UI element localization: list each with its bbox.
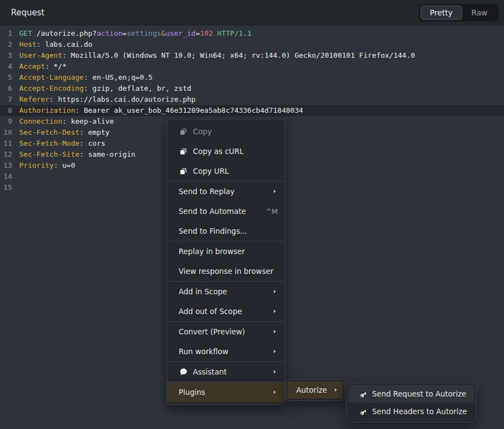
request-panel: Request Pretty Raw 1GET /autorize.php?ac… bbox=[0, 0, 504, 429]
menu-item-label: Add out of Scope bbox=[179, 307, 268, 316]
code-line-content: Referer: https://labs.cai.do/autorize.ph… bbox=[19, 94, 196, 105]
menu-item-label: Send Headers to Autorize bbox=[372, 407, 469, 416]
menu-item-send-headers-to-autorize[interactable]: Send Headers to Autorize bbox=[348, 403, 474, 420]
line-number: 11 bbox=[0, 138, 12, 149]
key-icon bbox=[356, 405, 369, 418]
plugins-submenu: Autorize bbox=[285, 379, 345, 401]
line-number: 13 bbox=[0, 160, 12, 171]
menu-item-replay-in-browser[interactable]: Replay in browser bbox=[167, 241, 285, 261]
code-line-4[interactable]: 4Accept: */* bbox=[0, 61, 504, 72]
code-line-2[interactable]: 2Host: labs.cai.do bbox=[0, 39, 504, 50]
request-panel-header: Request Pretty Raw bbox=[0, 0, 504, 25]
code-line-content: User-Agent: Mozilla/5.0 (Windows NT 10.0… bbox=[19, 50, 415, 61]
raw-tab[interactable]: Raw bbox=[462, 6, 497, 20]
menu-item-autorize[interactable]: Autorize bbox=[287, 381, 343, 399]
code-line-3[interactable]: 3User-Agent: Mozilla/5.0 (Windows NT 10.… bbox=[0, 50, 504, 61]
chevron-right-icon bbox=[272, 389, 278, 395]
line-number: 6 bbox=[0, 83, 12, 94]
code-line-6[interactable]: 6Accept-Encoding: gzip, deflate, br, zst… bbox=[0, 83, 504, 94]
menu-item-label: Copy as cURL bbox=[193, 147, 278, 156]
view-mode-toggle: Pretty Raw bbox=[419, 4, 499, 21]
menu-item-send-request-to-autorize[interactable]: Send Request to Autorize bbox=[348, 385, 474, 403]
chevron-right-icon bbox=[272, 309, 278, 314]
key-icon bbox=[356, 387, 369, 400]
line-number: 14 bbox=[0, 171, 12, 182]
menu-item-copy[interactable]: Copy bbox=[167, 122, 285, 141]
line-number: 7 bbox=[0, 94, 12, 105]
line-number: 1 bbox=[0, 28, 12, 39]
menu-item-label: Convert (Preview) bbox=[179, 327, 268, 336]
menu-item-label: Copy bbox=[193, 127, 278, 136]
menu-item-label: Send Request to Autorize bbox=[372, 389, 469, 398]
code-line-5[interactable]: 5Accept-Language: en-US,en;q=0.5 bbox=[0, 72, 504, 83]
autorize-submenu: Send Request to AutorizeSend Headers to … bbox=[346, 383, 477, 422]
chevron-right-icon bbox=[272, 189, 278, 194]
menu-item-shortcut: ^M bbox=[266, 207, 278, 216]
code-line-1[interactable]: 1GET /autorize.php?action=settings&user_… bbox=[0, 28, 504, 39]
menu-item-convert-preview[interactable]: Convert (Preview) bbox=[167, 322, 285, 342]
code-line-content: Host: labs.cai.do bbox=[19, 39, 92, 50]
code-line-content: Sec-Fetch-Mode: cors bbox=[19, 138, 106, 149]
menu-item-plugins[interactable]: Plugins bbox=[167, 382, 285, 402]
menu-item-label: Send to Findings... bbox=[179, 227, 278, 235]
code-line-content: Accept-Encoding: gzip, deflate, br, zstd bbox=[19, 83, 191, 94]
menu-item-copy-url[interactable]: Copy URL bbox=[167, 161, 285, 181]
chevron-right-icon bbox=[272, 289, 278, 294]
code-line-8[interactable]: 8Authorization: Bearer ak_user_bob_46e31… bbox=[0, 105, 504, 116]
menu-item-run-workflow[interactable]: Run workflow bbox=[167, 342, 285, 361]
assistant-icon bbox=[179, 367, 188, 377]
copy-icon bbox=[179, 167, 188, 176]
menu-item-send-to-findings[interactable]: Send to Findings... bbox=[167, 221, 285, 241]
line-number: 4 bbox=[0, 61, 12, 72]
line-number: 3 bbox=[0, 50, 12, 61]
code-line-content: GET /autorize.php?action=settings&user_i… bbox=[19, 28, 252, 39]
menu-item-label: Send to Automate bbox=[179, 207, 262, 216]
code-line-content: Sec-Fetch-Site: same-origin bbox=[19, 149, 135, 160]
panel-title: Request bbox=[11, 8, 45, 18]
menu-item-label: Copy URL bbox=[193, 167, 278, 175]
menu-item-add-out-of-scope[interactable]: Add out of Scope bbox=[167, 301, 285, 321]
menu-item-label: Add in Scope bbox=[179, 287, 268, 296]
code-line-content: Connection: keep-alive bbox=[19, 116, 114, 127]
menu-item-label: Send to Replay bbox=[179, 187, 268, 196]
menu-item-label: Plugins bbox=[179, 388, 268, 397]
line-number: 2 bbox=[0, 39, 12, 50]
line-number: 12 bbox=[0, 149, 12, 160]
code-line-content: Accept: */* bbox=[19, 61, 67, 72]
pretty-tab[interactable]: Pretty bbox=[420, 6, 462, 20]
line-number: 15 bbox=[0, 182, 12, 193]
copy-icon bbox=[179, 147, 188, 156]
menu-item-label: Replay in browser bbox=[179, 247, 278, 256]
menu-item-view-response-in-browser[interactable]: View response in browser bbox=[167, 261, 285, 281]
menu-item-label: Run workflow bbox=[179, 347, 268, 356]
menu-item-label: View response in browser bbox=[179, 267, 278, 276]
line-number: 9 bbox=[0, 116, 12, 127]
code-line-content: Sec-Fetch-Dest: empty bbox=[19, 127, 109, 138]
code-line-content: Priority: u=0 bbox=[19, 160, 75, 171]
chevron-right-icon bbox=[272, 349, 278, 354]
menu-item-send-to-automate[interactable]: Send to Automate^M bbox=[167, 201, 285, 221]
menu-item-label: Assistant bbox=[193, 367, 268, 376]
chevron-right-icon bbox=[333, 387, 339, 393]
copy-icon bbox=[179, 127, 188, 136]
menu-item-send-to-replay[interactable]: Send to Replay bbox=[167, 182, 285, 201]
code-line-7[interactable]: 7Referer: https://labs.cai.do/autorize.p… bbox=[0, 94, 504, 105]
line-number: 10 bbox=[0, 127, 12, 138]
line-number: 8 bbox=[0, 105, 12, 116]
menu-item-add-in-scope[interactable]: Add in Scope bbox=[167, 282, 285, 301]
chevron-right-icon bbox=[272, 329, 278, 334]
menu-item-assistant[interactable]: Assistant bbox=[167, 362, 285, 382]
menu-item-label: Autorize bbox=[296, 386, 329, 394]
code-line-content: Accept-Language: en-US,en;q=0.5 bbox=[19, 72, 153, 83]
chevron-right-icon bbox=[272, 369, 278, 375]
context-menu: CopyCopy as cURLCopy URLSend to ReplaySe… bbox=[167, 119, 285, 405]
code-line-content: Authorization: Bearer ak_user_bob_46e312… bbox=[19, 105, 303, 116]
menu-item-copy-as-curl[interactable]: Copy as cURL bbox=[167, 141, 285, 161]
line-number: 5 bbox=[0, 72, 12, 83]
